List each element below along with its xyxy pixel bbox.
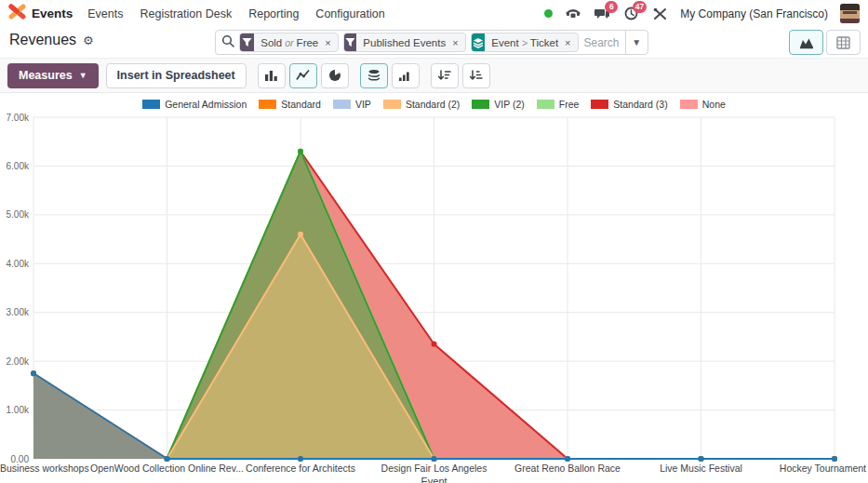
facet-label: Published Events xyxy=(356,34,452,51)
avatar-hair xyxy=(840,4,860,10)
x-tick-label: OpenWood Collection Online Rev... xyxy=(90,463,244,474)
y-tick-label: 1.00k xyxy=(7,405,30,415)
pivot-view-button[interactable] xyxy=(826,30,861,55)
stacked-toggle-button[interactable] xyxy=(360,63,388,88)
app-brand[interactable]: Events xyxy=(8,4,73,23)
legend-label: Free xyxy=(559,99,580,110)
nav-item-reporting[interactable]: Reporting xyxy=(248,7,299,20)
action-gear-icon[interactable]: ⚙ xyxy=(83,34,94,47)
legend-item-7[interactable]: None xyxy=(680,99,726,110)
nav-item-registration-desk[interactable]: Registration Desk xyxy=(140,7,233,20)
facet-remove-icon[interactable]: × xyxy=(452,34,464,51)
search-dropdown-caret-icon[interactable]: ▼ xyxy=(625,31,648,54)
graph-toolbar: Measures▼ Insert in Spreadsheet xyxy=(0,58,868,93)
measures-button[interactable]: Measures▼ xyxy=(7,63,99,88)
sort-descending-button[interactable] xyxy=(431,63,459,88)
stacked-database-icon xyxy=(367,69,381,82)
cumulative-button[interactable] xyxy=(392,63,420,88)
sort-ascending-button[interactable] xyxy=(462,63,490,88)
x-tick-label: Design Fair Los Angeles xyxy=(381,463,487,474)
data-point xyxy=(699,456,704,462)
legend-swatch xyxy=(472,100,489,109)
legend-item-4[interactable]: VIP (2) xyxy=(472,99,524,110)
legend-label: VIP xyxy=(355,99,371,110)
caret-down-icon: ▼ xyxy=(79,71,87,80)
x-tick-label: Business workshops xyxy=(0,463,89,474)
legend-item-5[interactable]: Free xyxy=(537,99,580,110)
view-switcher xyxy=(789,30,861,55)
y-tick-label: 4.00k xyxy=(7,259,30,269)
data-point xyxy=(298,149,303,154)
pie-chart-button[interactable] xyxy=(321,63,349,88)
legend-item-6[interactable]: Standard (3) xyxy=(591,99,667,110)
legend-swatch xyxy=(383,100,401,109)
page-title: Revenues xyxy=(9,32,76,48)
data-point xyxy=(565,456,570,462)
app-window: Events Events Registration Desk Reportin… xyxy=(0,0,868,483)
data-point xyxy=(432,342,437,347)
activities-badge: 47 xyxy=(633,1,647,13)
nav-menu: Events Registration Desk Reporting Confi… xyxy=(87,7,384,20)
search-facet-published-events: Published Events × xyxy=(343,33,466,52)
top-navbar: Events Events Registration Desk Reportin… xyxy=(0,0,868,27)
revenues-stacked-area-chart: 0.001.00k2.00k3.00k4.00k5.00k6.00k7.00kB… xyxy=(0,110,868,483)
debug-tools-icon[interactable] xyxy=(651,7,668,21)
activities-clock-icon[interactable]: 47 xyxy=(622,7,639,21)
avatar-shirt xyxy=(840,19,860,23)
y-tick-label: 2.00k xyxy=(7,356,30,367)
legend-swatch xyxy=(259,100,276,109)
online-status-icon xyxy=(544,9,553,18)
data-point xyxy=(165,456,170,462)
bar-chart-button[interactable] xyxy=(258,63,286,88)
legend-swatch xyxy=(333,100,351,109)
legend-label: VIP (2) xyxy=(494,99,524,110)
area-chart-icon xyxy=(799,36,814,49)
bar-chart-icon xyxy=(264,69,278,82)
sort-buttons xyxy=(431,63,490,88)
search-input[interactable] xyxy=(579,36,625,49)
facet-remove-icon[interactable]: × xyxy=(325,34,337,51)
legend-item-2[interactable]: VIP xyxy=(333,99,371,110)
app-name: Events xyxy=(32,7,73,20)
company-name[interactable]: My Company (San Francisco) xyxy=(680,7,828,20)
user-avatar[interactable] xyxy=(840,4,860,23)
chart-area: General AdmissionStandardVIPStandard (2)… xyxy=(0,93,868,483)
sort-descending-icon xyxy=(437,69,451,82)
legend-label: Standard (2) xyxy=(406,99,460,110)
legend-swatch xyxy=(537,100,554,109)
x-tick-label: Live Music Festival xyxy=(660,463,742,474)
legend-item-1[interactable]: Standard xyxy=(259,99,321,110)
legend-swatch xyxy=(680,100,698,109)
legend-item-0[interactable]: General Admission xyxy=(142,99,247,110)
x-tick-label: Hockey Tournament xyxy=(780,463,866,474)
events-app-logo-icon xyxy=(8,4,26,23)
ascending-bars-icon xyxy=(398,69,412,82)
line-chart-button[interactable] xyxy=(289,63,317,88)
messages-badge: 6 xyxy=(605,1,618,13)
sort-ascending-icon xyxy=(469,69,483,82)
search-facet-sold-or-free: Sold or Free × xyxy=(239,33,339,52)
filter-icon xyxy=(344,34,357,51)
control-panel: Revenues ⚙ Sold or Free × xyxy=(0,27,868,58)
voip-phone-icon[interactable] xyxy=(565,7,581,21)
messages-icon[interactable]: 6 xyxy=(594,7,610,21)
systray: 6 47 My Company (San Francisco) xyxy=(544,4,860,23)
breadcrumb: Revenues ⚙ xyxy=(9,32,94,48)
line-chart-icon xyxy=(296,69,310,82)
nav-item-events[interactable]: Events xyxy=(87,7,123,20)
data-point xyxy=(298,456,303,462)
stack-buttons xyxy=(360,63,420,88)
legend-label: None xyxy=(702,99,726,110)
pivot-table-icon xyxy=(836,36,850,49)
legend-swatch xyxy=(142,100,160,109)
legend-item-3[interactable]: Standard (2) xyxy=(383,99,460,110)
search-bar[interactable]: Sold or Free × Published Events × xyxy=(215,30,648,55)
data-point xyxy=(298,232,303,237)
graph-view-button[interactable] xyxy=(789,30,823,55)
y-tick-label: 6.00k xyxy=(7,161,30,171)
nav-item-configuration[interactable]: Configuration xyxy=(315,7,384,20)
facet-remove-icon[interactable]: × xyxy=(565,34,577,51)
data-point xyxy=(432,456,437,462)
search-icon xyxy=(221,34,234,51)
insert-in-spreadsheet-button[interactable]: Insert in Spreadsheet xyxy=(106,63,247,88)
